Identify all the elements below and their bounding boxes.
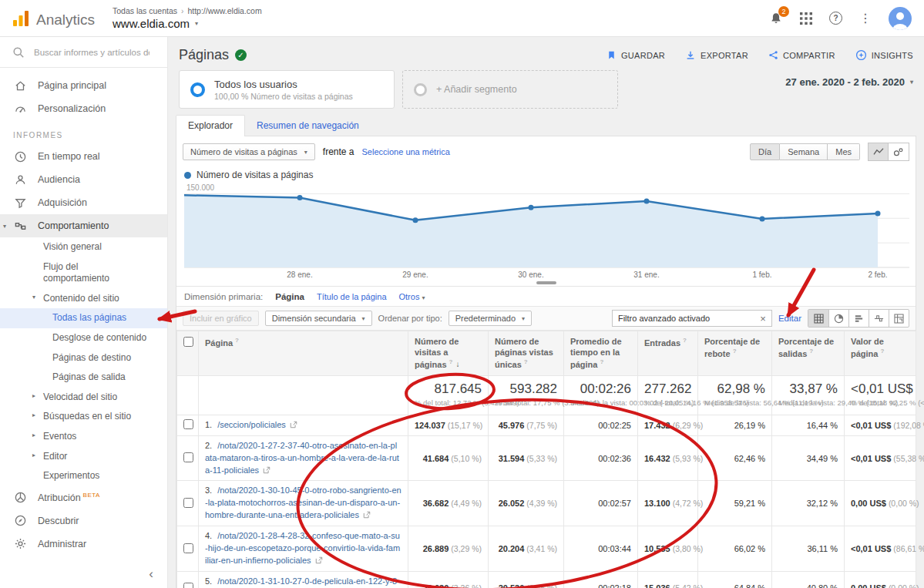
page-link[interactable]: /nota/2020-1-30-10-45-0-otro-robo-sangri… [205,486,402,519]
avatar[interactable] [889,7,912,30]
sidebar-item-exit-pages[interactable]: Páginas de salida [0,368,167,388]
sidebar-item-content-drilldown[interactable]: Desglose de contenido [0,328,167,348]
column-header-page[interactable]: Página? [199,331,408,376]
sidebar-item-home[interactable]: Página principal [0,74,167,97]
sidebar-item-discover[interactable]: Descubrir [0,509,167,533]
notifications-button[interactable]: 2 [769,12,783,25]
granularity-month-button[interactable]: Mes [828,143,860,160]
tab-explorer[interactable]: Explorador [176,115,245,136]
table-view-switcher [808,309,909,328]
line-chart-toggle[interactable] [868,143,889,161]
open-in-new-icon[interactable] [290,421,297,428]
page-link[interactable]: /nota/2020-1-31-10-27-0-de-pelicula-en-1… [205,576,400,588]
performance-view-button[interactable] [848,310,869,327]
page-link[interactable]: /nota/2020-1-28-4-28-32-confeso-que-mato… [205,531,400,565]
cell-entrances: 10.535(3,80 %) [638,526,698,572]
sidebar-item-label: Descubrir [38,516,79,526]
cell-exit-rate: 36,11 % [772,526,845,572]
metric-selector[interactable]: Número de visitas a páginas ▾ [183,143,315,160]
page-link[interactable]: /nota/2020-1-27-2-37-40-otro-asesinato-e… [205,441,399,475]
property-selector[interactable]: www.eldia.com ▾ [113,17,262,30]
secondary-dimension-button[interactable]: Dimensión secundaria ▾ [265,311,372,326]
column-header-page-value[interactable]: Valor de página? [845,331,916,376]
page-link[interactable]: /seccion/policiales [217,420,286,429]
analytics-bars-icon [12,10,29,27]
apps-grid-icon [800,12,812,25]
column-header-bounce-rate[interactable]: Porcentaje de rebote? [698,331,772,376]
granularity-day-button[interactable]: Día [750,143,780,160]
share-button[interactable]: COMPARTIR [768,50,835,60]
sidebar-item-audience[interactable]: Audiencia [0,168,167,191]
overflow-menu-button[interactable]: ⋮ [859,12,872,25]
motion-chart-toggle[interactable] [889,143,909,161]
export-button[interactable]: EXPORTAR [685,50,748,61]
sidebar-item-site-speed[interactable]: ▸ Velocidad del sitio [0,388,167,408]
add-segment-button[interactable]: + Añadir segmento [402,70,618,109]
open-in-new-icon[interactable] [363,511,371,519]
sort-type-selector[interactable]: Predeterminado ▾ [449,311,532,326]
column-header-pageviews[interactable]: Número de visitas a páginas?↓ [408,331,489,376]
granularity-week-button[interactable]: Semana [780,143,828,160]
sidebar-item-behavior[interactable]: ▾ Comportamiento [0,214,167,237]
cell-page-value: <0,01 US$(55,38 %) [845,435,916,481]
caret-down-icon: ▾ [362,315,365,322]
close-icon[interactable]: × [760,314,766,324]
pivot-icon [894,314,904,324]
select-metric-link[interactable]: Seleccione una métrica [362,147,450,156]
column-header-entrances[interactable]: Entradas? [638,331,698,376]
sidebar-item-realtime[interactable]: En tiempo real [0,145,167,168]
select-all-checkbox[interactable] [183,337,193,347]
breadcrumb-account[interactable]: Todas las cuentas [113,6,177,15]
open-in-new-icon[interactable] [315,556,323,564]
comparison-view-button[interactable] [869,310,889,327]
row-checkbox[interactable] [183,543,193,553]
advanced-filter-chip[interactable]: Filtro avanzado activado × [612,310,772,327]
sidebar-item-overview[interactable]: Visión general [0,237,167,257]
sidebar-item-publisher[interactable]: ▸ Editor [0,447,167,467]
dimension-page-title[interactable]: Título de la página [317,292,387,301]
column-header-avg-time[interactable]: Promedio de tiempo en la página? [564,331,638,376]
table-view-button[interactable] [808,310,828,327]
sidebar-item-experiments[interactable]: Experimentos [0,466,167,486]
dimension-other[interactable]: Otros ▾ [399,292,425,301]
sidebar-item-events[interactable]: ▸ Eventos [0,427,167,447]
insights-button[interactable]: INSIGHTS [855,49,913,61]
date-range-selector[interactable]: 27 ene. 2020 - 2 feb. 2020 ▾ [785,70,913,88]
row-checkbox[interactable] [183,583,193,588]
sidebar-item-admin[interactable]: Administrar [0,533,167,556]
sidebar-collapse-button[interactable]: ‹ [141,565,161,583]
sidebar-item-acquisition[interactable]: Adquisición [0,191,167,214]
chevron-down-icon: ▾ [195,20,198,27]
column-header-exit-rate[interactable]: Porcentaje de salidas? [772,331,845,376]
column-header-unique-pageviews[interactable]: Número de páginas vistas únicas? [489,331,564,376]
apps-grid-button[interactable] [800,12,812,25]
sidebar-item-site-content[interactable]: ▾ Contenido del sitio [0,289,167,309]
percentage-view-button[interactable] [828,310,848,327]
breadcrumb-property-url[interactable]: http://www.eldia.com [187,6,261,15]
sidebar-item-attribution[interactable]: AtribuciónBETA [0,486,167,509]
row-checkbox[interactable] [183,452,193,462]
sidebar-item-all-pages[interactable]: Todas las páginas [0,308,167,328]
plot-rows-button[interactable]: Incluir en gráfico [183,311,259,326]
sidebar-item-landing-pages[interactable]: Páginas de destino [0,348,167,368]
tab-navigation-summary[interactable]: Resumen de navegación [245,116,371,136]
pivot-view-button[interactable] [889,310,909,327]
segment-all-users[interactable]: Todos los usuarios 100,00 % Número de vi… [179,70,395,109]
sidebar-item-site-search[interactable]: ▸ Búsquedas en el sitio [0,407,167,427]
summary-exit-rate: 33,87 %Media de la vista: 29,40 % (15,18… [772,375,845,415]
sidebar-item-behavior-flow[interactable]: Flujo del comportamiento [0,257,167,289]
help-button[interactable]: ? [829,12,842,25]
sidebar-item-personalization[interactable]: Personalización [0,97,167,120]
cell-pageviews: 41.684(5,10 %) [408,435,489,481]
analytics-logo[interactable]: Analytics [0,10,106,27]
save-button[interactable]: GUARDAR [606,50,665,60]
row-checkbox[interactable] [183,419,193,429]
acquisition-icon [13,197,27,210]
open-in-new-icon[interactable] [263,466,270,474]
edit-filter-link[interactable]: Editar [778,314,801,323]
chart-scrollbar-thumb[interactable] [536,281,556,284]
search-input[interactable] [34,48,150,57]
report-panel: Número de visitas a páginas ▾ frente a S… [176,136,916,588]
row-checkbox[interactable] [183,498,193,508]
dimension-page[interactable]: Página [275,292,304,301]
